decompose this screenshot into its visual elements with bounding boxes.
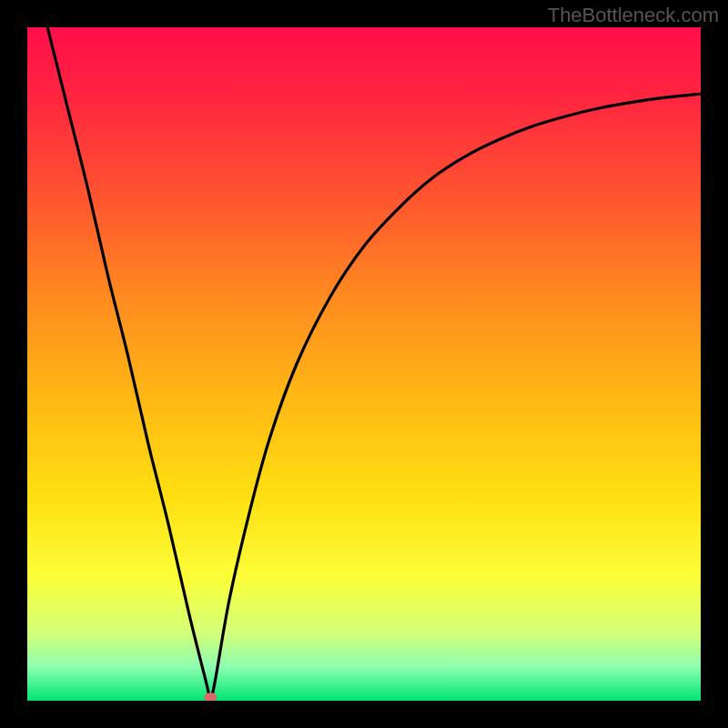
minimum-marker <box>204 693 217 702</box>
bottleneck-chart <box>0 0 728 728</box>
attribution-label: TheBottleneck.com <box>548 4 719 27</box>
chart-frame: TheBottleneck.com <box>0 0 728 728</box>
plot-background <box>27 27 701 701</box>
